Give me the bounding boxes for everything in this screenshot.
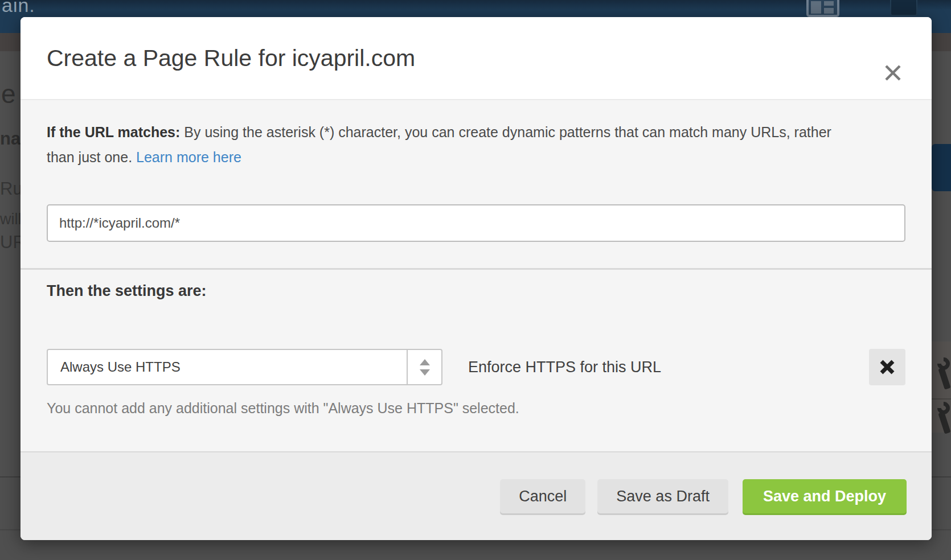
background-text-fragment: e xyxy=(1,79,16,109)
navbar-app-icon xyxy=(890,0,917,16)
wrench-icon xyxy=(936,357,951,390)
url-pattern-input[interactable] xyxy=(47,204,905,242)
apps-grid-icon xyxy=(806,0,839,17)
dialog-title: Create a Page Rule for icyapril.com xyxy=(47,45,415,72)
url-match-label: If the URL matches: xyxy=(47,124,180,140)
chevron-up-icon xyxy=(420,359,430,365)
background-text-fragment: Ru xyxy=(0,179,23,199)
close-button[interactable] xyxy=(882,61,904,84)
remove-setting-button[interactable] xyxy=(869,349,905,385)
cancel-button[interactable]: Cancel xyxy=(500,479,585,513)
section-divider xyxy=(21,268,932,270)
dropdown-stepper[interactable] xyxy=(407,350,441,384)
background-navbar-text-fragment: ain. xyxy=(2,0,35,17)
save-and-deploy-button[interactable]: Save and Deploy xyxy=(743,479,907,513)
background-blue-button-fragment xyxy=(932,144,951,191)
settings-heading: Then the settings are: xyxy=(47,282,905,300)
setting-description: Enforce HTTPS for this URL xyxy=(468,359,661,376)
setting-row: Always Use HTTPS Enforce HTTPS for this … xyxy=(47,349,905,385)
dialog-header: Create a Page Rule for icyapril.com xyxy=(21,17,932,100)
settings-note: You cannot add any additional settings w… xyxy=(47,400,905,417)
setting-dropdown-value: Always Use HTTPS xyxy=(48,359,407,375)
wrench-icon xyxy=(936,402,951,435)
remove-x-icon xyxy=(879,359,896,376)
dialog-footer: Cancel Save as Draft Save and Deploy xyxy=(21,451,932,540)
setting-dropdown[interactable]: Always Use HTTPS xyxy=(47,349,442,385)
save-as-draft-button[interactable]: Save as Draft xyxy=(597,479,728,513)
dialog-body: If the URL matches: By using the asteris… xyxy=(21,100,932,417)
create-page-rule-dialog: Create a Page Rule for icyapril.com If t… xyxy=(21,17,932,540)
learn-more-link[interactable]: Learn more here xyxy=(136,149,241,165)
url-match-description: If the URL matches: By using the asteris… xyxy=(47,120,855,170)
close-icon xyxy=(883,63,903,83)
background-text-fragment: will xyxy=(0,211,22,228)
chevron-down-icon xyxy=(420,369,430,376)
